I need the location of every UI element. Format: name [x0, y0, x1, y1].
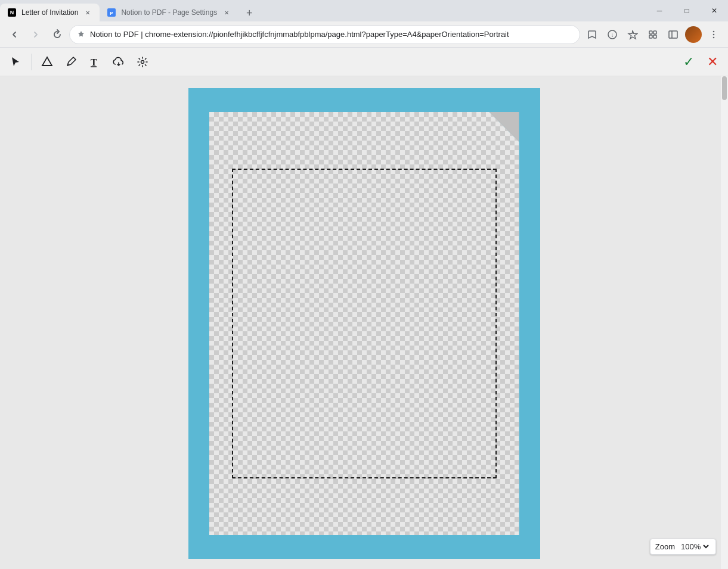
svg-point-10 — [713, 30, 715, 32]
main-content — [0, 76, 728, 569]
star-button[interactable] — [623, 25, 642, 44]
confirm-button[interactable]: ✓ — [678, 51, 699, 73]
extension-icon — [77, 30, 85, 39]
reload-icon — [52, 29, 63, 40]
tab-favicon-letter: N — [7, 8, 17, 17]
bookmark-icon — [587, 29, 597, 40]
bookmark-button[interactable] — [583, 25, 602, 44]
extensions-button[interactable] — [643, 25, 662, 44]
checkerboard-bg — [209, 112, 519, 535]
zoom-label: Zoom — [655, 542, 675, 551]
sidebar-button[interactable] — [664, 25, 683, 44]
svg-point-15 — [141, 60, 144, 63]
svg-point-12 — [713, 36, 715, 38]
scrollbar-thumb[interactable] — [722, 76, 727, 100]
forward-icon — [30, 29, 41, 40]
reload-button[interactable] — [48, 25, 67, 44]
browser-window: N Letter of Invitation ✕ P Notion to PDF… — [0, 0, 728, 569]
shape-tool-button[interactable] — [36, 51, 58, 73]
pdf-favicon-icon: P — [107, 8, 116, 17]
svg-rect-6 — [649, 35, 652, 38]
menu-dots-icon — [708, 29, 719, 40]
text-icon: T — [89, 56, 101, 68]
maximize-button[interactable]: □ — [673, 0, 701, 21]
title-bar: N Letter of Invitation ✕ P Notion to PDF… — [0, 0, 728, 21]
text-tool-button[interactable]: T — [84, 51, 106, 73]
pen-icon — [65, 56, 77, 68]
tab-title-letter: Letter of Invitation — [21, 8, 78, 17]
svg-rect-4 — [649, 31, 652, 34]
profile-button[interactable] — [684, 25, 703, 44]
close-button[interactable]: ✕ — [701, 0, 728, 21]
nav-bar: Notion to PDF | chrome-extension://pionf… — [0, 21, 728, 48]
download-icon: ↓ — [607, 29, 618, 40]
tab-letter-of-invitation[interactable]: N Letter of Invitation ✕ — [0, 4, 100, 21]
back-icon — [9, 29, 20, 40]
new-tab-button[interactable]: + — [241, 5, 258, 21]
scrollbar[interactable] — [721, 76, 728, 569]
cloud-icon — [113, 56, 125, 68]
toolbar-right: ✓ ✕ — [678, 51, 723, 73]
sidebar-icon — [668, 29, 679, 40]
svg-text:P: P — [110, 11, 114, 16]
back-button[interactable] — [5, 25, 24, 44]
tab-favicon-pdf: P — [107, 8, 116, 17]
avatar — [685, 26, 702, 43]
zoom-control: Zoom 100% 50% 75% 125% 150% 200% — [650, 539, 716, 555]
pen-tool-button[interactable] — [60, 51, 82, 73]
toolbar-separator-1 — [31, 54, 32, 70]
svg-rect-7 — [653, 35, 656, 38]
cloud-tool-button[interactable] — [108, 51, 129, 73]
tab-title-pdf: Notion to PDF - Page Settings — [121, 8, 217, 17]
paper — [209, 112, 519, 535]
star-icon — [627, 29, 638, 40]
settings-tool-button[interactable] — [132, 51, 153, 73]
address-bar[interactable]: Notion to PDF | chrome-extension://pionf… — [69, 25, 580, 44]
cursor-icon — [10, 56, 21, 68]
address-text: Notion to PDF | chrome-extension://pionf… — [90, 30, 572, 39]
window-controls: ─ □ ✕ — [646, 0, 728, 21]
download-button[interactable]: ↓ — [603, 25, 622, 44]
svg-rect-8 — [669, 31, 677, 38]
tab-close-letter[interactable]: ✕ — [83, 8, 92, 17]
tab-notion-pdf[interactable]: P Notion to PDF - Page Settings ✕ — [100, 4, 238, 21]
puzzle-icon — [648, 29, 658, 40]
settings-icon — [137, 56, 148, 68]
forward-button[interactable] — [26, 25, 45, 44]
svg-rect-5 — [653, 31, 656, 34]
menu-button[interactable] — [704, 25, 723, 44]
shape-icon — [41, 56, 53, 68]
notion-favicon-icon: N — [8, 8, 16, 17]
toolbar: T ✓ ✕ — [0, 48, 728, 76]
svg-point-11 — [713, 33, 715, 35]
tab-close-pdf[interactable]: ✕ — [222, 8, 231, 17]
svg-text:T: T — [91, 57, 97, 67]
minimize-button[interactable]: ─ — [646, 0, 673, 21]
nav-actions: ↓ — [583, 25, 723, 44]
cursor-tool-button[interactable] — [5, 51, 26, 73]
svg-text:↓: ↓ — [611, 32, 614, 38]
cancel-button[interactable]: ✕ — [702, 51, 723, 73]
zoom-select[interactable]: 100% 50% 75% 125% 150% 200% — [679, 542, 711, 552]
tab-bar: N Letter of Invitation ✕ P Notion to PDF… — [0, 0, 646, 21]
pdf-container — [188, 88, 540, 559]
